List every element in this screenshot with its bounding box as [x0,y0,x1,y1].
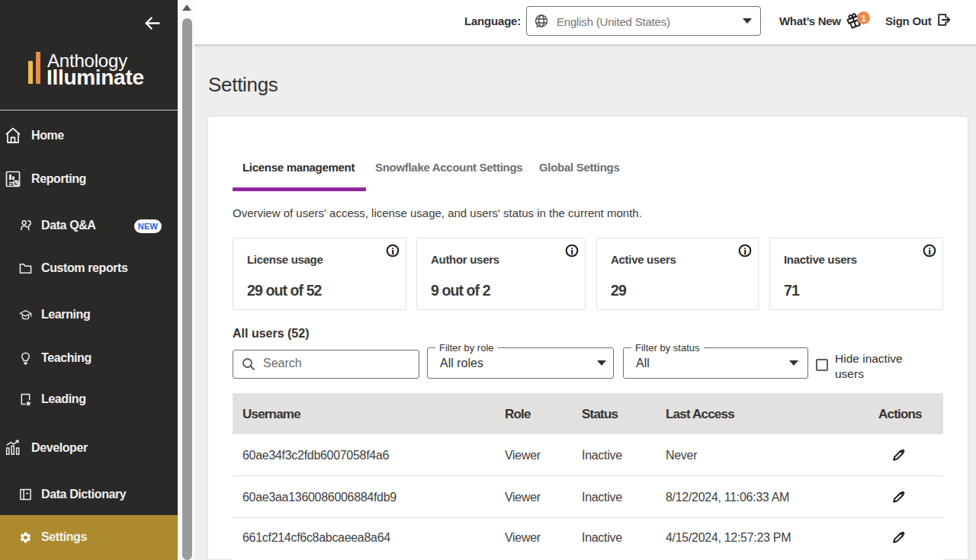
svg-text:i: i [391,245,394,257]
svg-text:i: i [928,245,931,257]
svg-text:i: i [570,245,573,257]
svg-text:i: i [743,245,746,257]
